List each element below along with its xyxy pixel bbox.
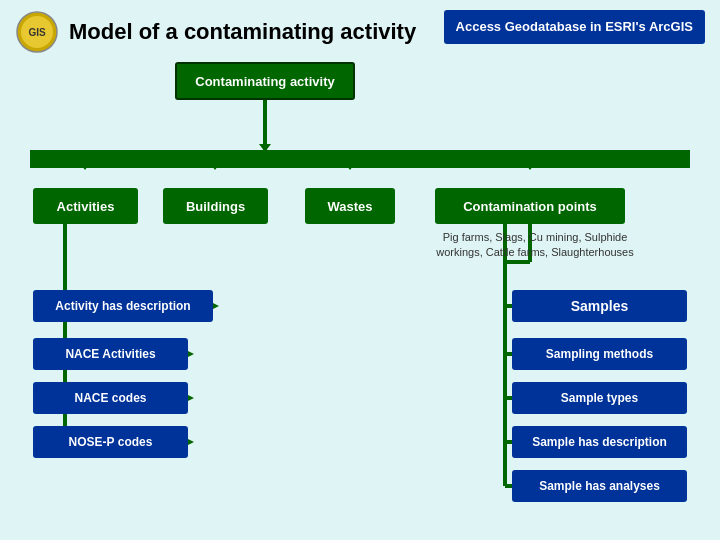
- diagram: Contaminating activity Activities Buildi…: [15, 62, 705, 522]
- node-sample-has-analyses: Sample has analyses: [512, 470, 687, 502]
- node-contamination-points: Contamination points: [435, 188, 625, 224]
- horizontal-bar: [30, 150, 690, 168]
- node-sampling-methods: Sampling methods: [512, 338, 687, 370]
- node-buildings: Buildings: [163, 188, 268, 224]
- svg-text:GIS: GIS: [28, 27, 46, 38]
- node-samples: Samples: [512, 290, 687, 322]
- node-contaminating-activity: Contaminating activity: [175, 62, 355, 100]
- page-title: Model of a contaminating activity: [69, 19, 416, 45]
- page: GIS Model of a contaminating activity Ac…: [0, 0, 720, 540]
- node-nose-p-codes: NOSE-P codes: [33, 426, 188, 458]
- access-note: Access Geodatabase in ESRI's ArcGIS: [444, 10, 705, 44]
- contamination-note: Pig farms, Slags, Cu mining, Sulphide wo…: [435, 230, 635, 261]
- node-sample-has-description: Sample has description: [512, 426, 687, 458]
- node-wastes: Wastes: [305, 188, 395, 224]
- logo-icon: GIS: [15, 10, 59, 54]
- node-nace-activities: NACE Activities: [33, 338, 188, 370]
- node-nace-codes: NACE codes: [33, 382, 188, 414]
- node-activity-has-description: Activity has description: [33, 290, 213, 322]
- node-activities: Activities: [33, 188, 138, 224]
- node-sample-types: Sample types: [512, 382, 687, 414]
